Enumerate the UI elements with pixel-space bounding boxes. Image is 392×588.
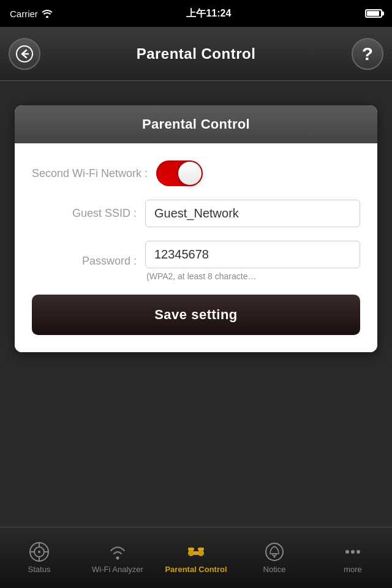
- help-button[interactable]: ?: [349, 36, 386, 72]
- svg-point-14: [189, 551, 194, 556]
- card-header: Parental Control: [15, 105, 377, 143]
- password-input[interactable]: [145, 241, 360, 268]
- tab-item-more[interactable]: more: [316, 541, 390, 574]
- main-content: Parental Control Second Wi-Fi Network : …: [0, 81, 392, 527]
- guest-ssid-label: Guest SSID :: [32, 207, 145, 220]
- svg-point-5: [38, 551, 40, 553]
- status-bar-time: 上午11:24: [186, 7, 231, 20]
- password-row: Password : (WPA2, at least 8 characte…: [32, 241, 360, 281]
- nav-title: Parental Control: [137, 45, 256, 62]
- status-bar: Carrier 上午11:24: [0, 0, 392, 27]
- status-icon: [29, 541, 50, 562]
- second-wifi-label: Second Wi-Fi Network :: [32, 167, 156, 180]
- svg-point-22: [351, 550, 355, 554]
- status-bar-right: [365, 9, 382, 18]
- wifi-signal-icon: [42, 9, 53, 18]
- svg-point-23: [356, 550, 360, 554]
- second-wifi-toggle[interactable]: [156, 160, 203, 186]
- notice-icon: [264, 541, 285, 562]
- save-setting-button[interactable]: Save setting: [32, 295, 360, 335]
- svg-point-0: [46, 16, 48, 18]
- parental-control-card: Parental Control Second Wi-Fi Network : …: [15, 105, 377, 352]
- guest-ssid-row: Guest SSID :: [32, 200, 360, 227]
- navigation-bar: Parental Control ?: [0, 27, 392, 81]
- tab-label-notice: Notice: [263, 565, 286, 574]
- card-header-title: Parental Control: [142, 116, 250, 132]
- card-body: Second Wi-Fi Network : Guest SSID : Pass…: [15, 143, 377, 352]
- second-wifi-row: Second Wi-Fi Network :: [32, 160, 360, 186]
- tab-item-wifi-analyzer[interactable]: Wi-Fi Analyzer: [81, 541, 154, 574]
- back-button[interactable]: [6, 36, 43, 72]
- back-button-circle: [9, 38, 40, 70]
- svg-point-20: [274, 556, 276, 558]
- battery-icon: [365, 9, 382, 18]
- tab-bar: Status Wi-Fi Analyzer Parental Control: [0, 527, 392, 588]
- password-label: Password :: [32, 255, 145, 268]
- toggle-knob: [178, 162, 202, 185]
- help-button-circle: ?: [352, 38, 383, 70]
- svg-point-10: [116, 557, 119, 560]
- svg-rect-16: [188, 548, 194, 551]
- password-group: (WPA2, at least 8 characte…: [145, 241, 360, 281]
- tab-item-status[interactable]: Status: [2, 541, 76, 574]
- carrier-label: Carrier: [10, 9, 38, 19]
- guest-ssid-input[interactable]: [145, 200, 360, 227]
- tab-label-wifi-analyzer: Wi-Fi Analyzer: [92, 565, 143, 574]
- help-icon: ?: [362, 43, 373, 64]
- back-arrow-icon: [16, 45, 33, 62]
- tab-label-parental-control: Parental Control: [165, 565, 227, 574]
- svg-rect-17: [198, 548, 204, 551]
- status-bar-left: Carrier: [10, 9, 53, 19]
- tab-item-notice[interactable]: Notice: [238, 541, 311, 574]
- svg-rect-13: [194, 551, 198, 555]
- wifi-analyzer-icon: [107, 541, 128, 562]
- svg-point-21: [345, 550, 349, 554]
- second-wifi-toggle-container: [156, 160, 203, 186]
- password-hint: (WPA2, at least 8 characte…: [145, 271, 360, 281]
- svg-point-15: [199, 551, 203, 556]
- tab-item-parental-control[interactable]: Parental Control: [159, 541, 233, 574]
- parental-control-icon: [186, 541, 206, 562]
- tab-label-status: Status: [28, 565, 51, 574]
- tab-label-more: more: [344, 565, 362, 574]
- svg-rect-19: [273, 554, 276, 556]
- more-icon: [342, 541, 363, 562]
